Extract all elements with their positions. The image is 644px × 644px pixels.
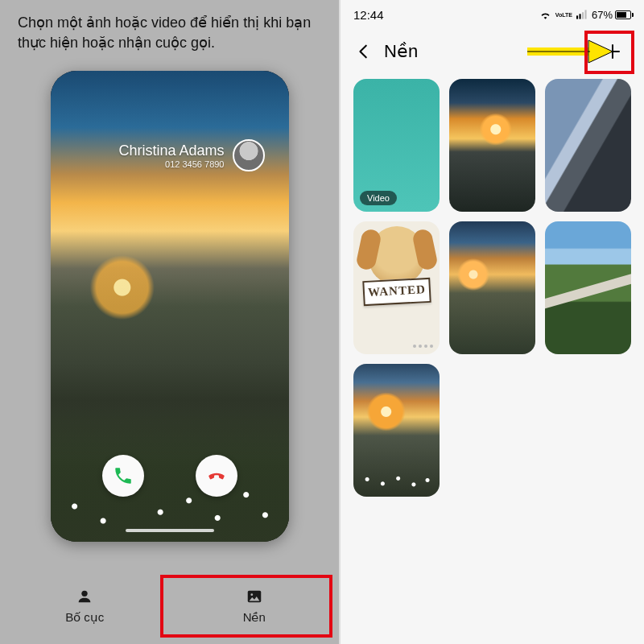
phone-decline-icon — [206, 465, 227, 486]
background-grid: Video WANTED — [341, 74, 644, 497]
caller-avatar — [233, 139, 265, 171]
add-background-button[interactable] — [592, 33, 633, 70]
page-header: Nền — [341, 29, 644, 74]
instruction-text: Chọn một ảnh hoặc video để hiển thị khi … — [18, 13, 321, 53]
svg-rect-3 — [576, 15, 578, 19]
phone-preview: Christina Adams 012 3456 7890 — [51, 71, 289, 542]
bg-thumb-dawn-mountain[interactable] — [449, 221, 535, 354]
tab-layout[interactable]: Bố cục — [0, 568, 170, 644]
page-title: Nền — [384, 41, 418, 62]
svg-point-0 — [82, 590, 88, 596]
bg-thumb-wanted-dog[interactable]: WANTED — [353, 221, 440, 354]
decline-call-button[interactable] — [196, 455, 237, 497]
svg-rect-5 — [582, 12, 584, 19]
battery-indicator: 67% — [592, 9, 631, 21]
dog-illustration — [369, 226, 425, 284]
left-panel: Chọn một ảnh hoặc video để hiển thị khi … — [0, 0, 339, 644]
bg-thumb-sunset-meadow[interactable] — [353, 364, 440, 497]
status-time: 12:44 — [353, 8, 384, 22]
tab-background[interactable]: Nền — [170, 568, 340, 644]
lte-icon: VoLTE — [555, 12, 572, 18]
right-panel: 12:44 VoLTE 67% Nền — [341, 0, 644, 644]
battery-percent: 67% — [592, 9, 613, 21]
pagination-dots — [413, 345, 433, 348]
caller-number: 012 3456 7890 — [118, 159, 224, 169]
person-icon — [76, 588, 93, 605]
status-bar: 12:44 VoLTE 67% — [341, 0, 644, 29]
back-button[interactable] — [347, 33, 381, 70]
chevron-left-icon — [355, 43, 373, 60]
caller-info: Christina Adams 012 3456 7890 — [51, 139, 265, 171]
home-indicator — [126, 529, 214, 532]
wifi-icon — [539, 10, 551, 19]
bg-thumb-rocks[interactable] — [545, 79, 631, 212]
battery-icon — [615, 10, 631, 19]
bg-thumb-sunset-sea[interactable] — [449, 79, 535, 212]
video-badge: Video — [360, 191, 397, 205]
phone-accept-icon — [113, 465, 134, 486]
bg-thumb-teal[interactable]: Video — [353, 79, 440, 212]
bg-thumb-valley-train[interactable] — [545, 221, 631, 354]
svg-rect-4 — [579, 14, 580, 19]
plus-icon — [603, 42, 622, 61]
svg-point-2 — [250, 593, 253, 596]
wanted-sign: WANTED — [362, 278, 431, 306]
image-icon — [246, 588, 263, 605]
tab-background-label: Nền — [243, 610, 266, 625]
bottom-tabs: Bố cục Nền — [0, 568, 339, 644]
tab-layout-label: Bố cục — [65, 610, 104, 625]
accept-call-button[interactable] — [102, 455, 144, 497]
caller-name: Christina Adams — [118, 142, 224, 159]
signal-icon — [576, 10, 588, 19]
svg-rect-6 — [584, 10, 586, 19]
